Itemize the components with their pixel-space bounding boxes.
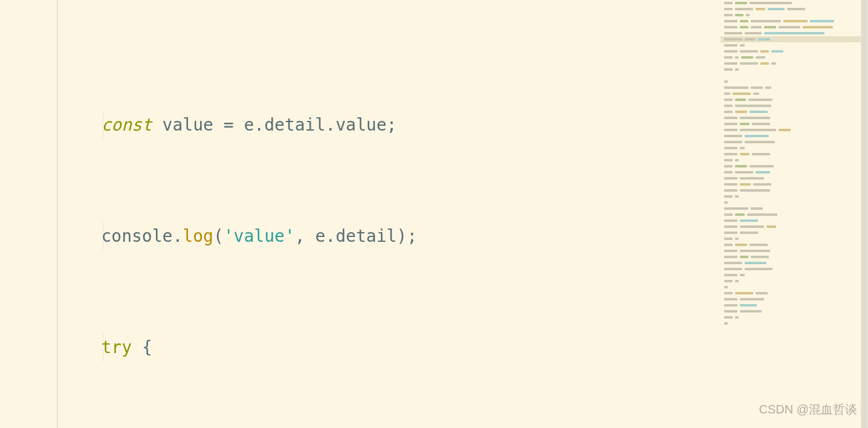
minimap[interactable] xyxy=(721,0,861,428)
operator: = xyxy=(224,115,234,135)
keyword-try: try xyxy=(101,337,132,357)
code-line[interactable]: const value = e.detail.value; xyxy=(0,111,721,139)
scrollbar[interactable] xyxy=(861,0,868,428)
identifier: value xyxy=(335,115,386,135)
code-line[interactable]: try { xyxy=(0,334,721,362)
code-line[interactable]: console.log('value', e.detail); xyxy=(0,222,721,250)
string-literal: 'value' xyxy=(224,226,295,246)
function-call: log xyxy=(183,226,213,246)
scrollbar-thumb[interactable] xyxy=(861,0,867,428)
gutter-line xyxy=(57,0,58,428)
identifier: detail xyxy=(335,226,397,246)
watermark: CSDN @混血哲谈 xyxy=(759,395,857,423)
identifier: e xyxy=(315,226,325,246)
identifier: value xyxy=(163,115,213,135)
identifier: e xyxy=(244,115,254,135)
keyword-const: const xyxy=(101,115,152,135)
code-editor[interactable]: const value = e.detail.value; console.lo… xyxy=(0,0,721,428)
identifier: detail xyxy=(264,115,325,135)
identifier: console xyxy=(101,226,172,246)
